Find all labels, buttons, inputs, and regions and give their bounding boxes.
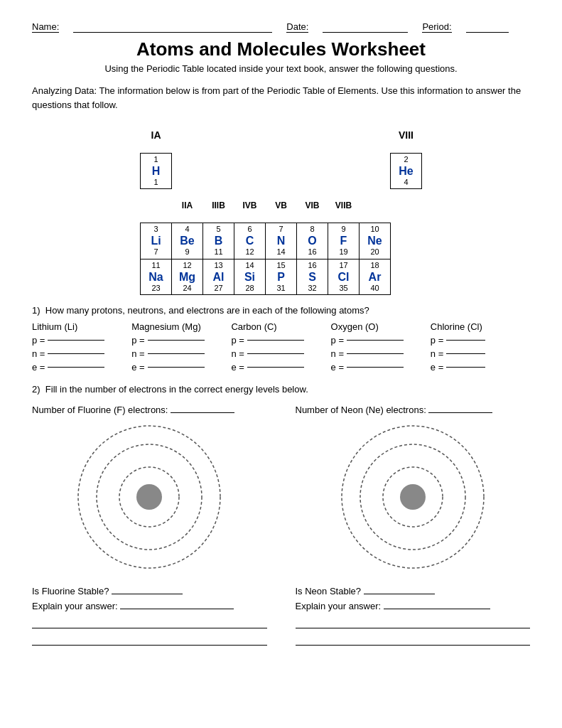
empty <box>360 119 391 153</box>
fluorine-label: Number of Fluorine (F) electrons: <box>32 405 267 415</box>
element-Mg: 12 Mg 24 <box>172 259 203 295</box>
element-F: 9 F 19 <box>328 223 360 259</box>
neon-answer-line-2 <box>296 633 531 646</box>
p-magnesium: p = <box>131 335 231 346</box>
atom-carbon: Carbon (C) p = n = e = <box>231 321 330 373</box>
atom-magnesium: Magnesium (Mg) p = n = e = <box>131 321 231 373</box>
fluorine-stability: Is Fluorine Stable? Explain your answer: <box>32 586 267 650</box>
questions: 1) How many protons, neutrons, and elect… <box>32 305 530 650</box>
atom-magnesium-name: Magnesium (Mg) <box>131 321 231 332</box>
element-O: 8 O 16 <box>297 223 328 259</box>
page-title: Atoms and Molecules Worksheet <box>32 38 530 60</box>
empty <box>266 153 297 189</box>
element-Na: 11 Na 23 <box>141 259 172 295</box>
name-label: Name: <box>32 21 59 33</box>
question-2: 2) Fill in the number of electrons in th… <box>32 384 530 650</box>
empty <box>297 119 328 153</box>
period-label: Period: <box>422 21 451 33</box>
fluorine-answer-line-1 <box>32 616 267 628</box>
element-Si: 14 Si 28 <box>234 259 266 295</box>
element-Cl: 17 Cl 35 <box>328 259 360 295</box>
fluorine-nucleus <box>136 484 162 510</box>
element-H: 1 H 1 <box>141 153 172 189</box>
empty <box>234 153 266 189</box>
element-He: 2 He 4 <box>391 153 422 189</box>
group-ia: IA <box>141 119 172 153</box>
e-magnesium: e = <box>131 362 231 373</box>
p-lithium: p = <box>32 335 131 346</box>
pne-lithium: p = n = e = <box>32 335 131 373</box>
p-carbon: p = <box>231 335 330 346</box>
empty <box>266 119 297 153</box>
neon-explain: Explain your answer: <box>296 601 531 611</box>
fluorine-explain: Explain your answer: <box>32 601 267 611</box>
period-line <box>466 21 509 33</box>
element-Al: 13 Al 27 <box>203 259 234 295</box>
neon-label: Number of Neon (Ne) electrons: <box>296 405 531 415</box>
empty <box>203 153 234 189</box>
neon-stable-q: Is Neon Stable? <box>296 586 531 596</box>
empty <box>203 119 234 153</box>
element-Ne: 10 Ne 20 <box>360 223 391 259</box>
neon-bohr-svg <box>335 422 491 572</box>
empty <box>297 153 328 189</box>
date-line <box>323 21 408 33</box>
atom-lithium: Lithium (Li) p = n = e = <box>32 321 131 373</box>
q2-title: 2) Fill in the number of electrons in th… <box>32 384 530 395</box>
group-vib: VIB <box>297 189 328 223</box>
empty <box>391 189 422 223</box>
empty <box>172 153 203 189</box>
element-S: 16 S 32 <box>297 259 328 295</box>
atoms-row: Lithium (Li) p = n = e = Magnesium (Mg) <box>32 321 530 373</box>
group-viib: VIIB <box>328 189 360 223</box>
n-magnesium: n = <box>131 348 231 359</box>
pne-magnesium: p = n = e = <box>131 335 231 373</box>
group-viii: VIII <box>391 119 422 153</box>
neon-answer-line-1 <box>296 616 531 628</box>
fluorine-section: Number of Fluorine (F) electrons: <box>32 405 267 579</box>
pne-oxygen: p = n = e = <box>331 335 431 373</box>
empty <box>328 153 360 189</box>
element-Li: 3 Li 7 <box>141 223 172 259</box>
neon-nucleus <box>400 484 426 510</box>
analyzing-text: Analyzing Data: The information below is… <box>32 84 530 112</box>
element-N: 7 N 14 <box>266 223 297 259</box>
p-oxygen: p = <box>331 335 431 346</box>
n-lithium: n = <box>32 348 131 359</box>
empty <box>172 119 203 153</box>
empty <box>360 189 391 223</box>
element-Be: 4 Be 9 <box>172 223 203 259</box>
name-line <box>73 21 272 33</box>
stability-row: Is Fluorine Stable? Explain your answer:… <box>32 586 530 650</box>
atom-carbon-name: Carbon (C) <box>231 321 330 332</box>
neon-section: Number of Neon (Ne) electrons: <box>296 405 531 579</box>
n-oxygen: n = <box>331 348 431 359</box>
empty <box>234 119 266 153</box>
atom-chlorine-name: Chlorine (Cl) <box>431 321 530 332</box>
n-carbon: n = <box>231 348 330 359</box>
fluorine-answer-line-2 <box>32 633 267 646</box>
atom-oxygen-name: Oxygen (O) <box>331 321 431 332</box>
e-lithium: e = <box>32 362 131 373</box>
periodic-table: IA VIII 1 H 1 2 He <box>140 119 422 295</box>
subtitle: Using the Periodic Table located inside … <box>32 63 530 74</box>
q1-title: 1) How many protons, neutrons, and elect… <box>32 305 530 316</box>
empty <box>141 189 172 223</box>
empty <box>391 223 422 259</box>
empty <box>328 119 360 153</box>
e-carbon: e = <box>231 362 330 373</box>
fluorine-bohr <box>32 422 267 572</box>
element-B: 5 B 11 <box>203 223 234 259</box>
empty <box>391 259 422 295</box>
e-oxygen: e = <box>331 362 431 373</box>
fluorine-bohr-svg <box>71 422 227 572</box>
group-vb: VB <box>266 189 297 223</box>
pne-chlorine: p = n = e = <box>431 335 530 373</box>
empty <box>360 153 391 189</box>
p-chlorine: p = <box>431 335 530 346</box>
pne-carbon: p = n = e = <box>231 335 330 373</box>
atom-lithium-name: Lithium (Li) <box>32 321 131 332</box>
element-P: 15 P 31 <box>266 259 297 295</box>
neon-stability: Is Neon Stable? Explain your answer: <box>296 586 531 650</box>
header: Name: Date: Period: <box>32 21 530 33</box>
